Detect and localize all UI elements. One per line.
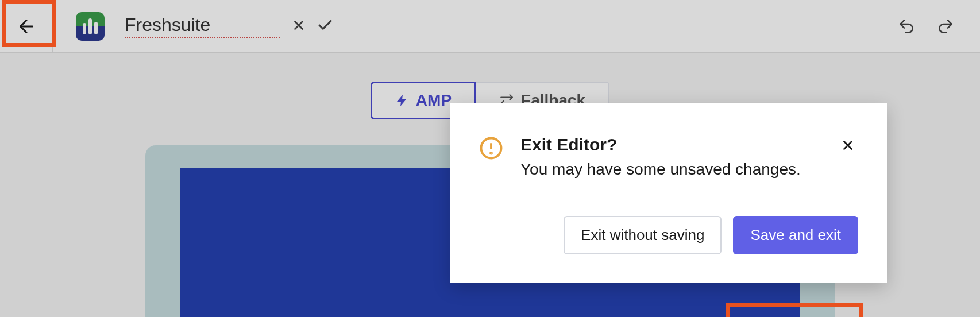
dialog-title: Exit Editor?: [520, 135, 820, 154]
svg-point-5: [491, 153, 492, 154]
save-and-exit-button[interactable]: Save and exit: [733, 216, 858, 254]
exit-without-saving-button[interactable]: Exit without saving: [564, 216, 722, 254]
warning-icon: [479, 136, 503, 163]
dialog-close-button[interactable]: [838, 135, 858, 158]
exit-dialog: Exit Editor? You may have some unsaved c…: [450, 103, 887, 283]
dialog-message: You may have some unsaved changes.: [520, 160, 820, 179]
close-icon: [840, 138, 855, 153]
